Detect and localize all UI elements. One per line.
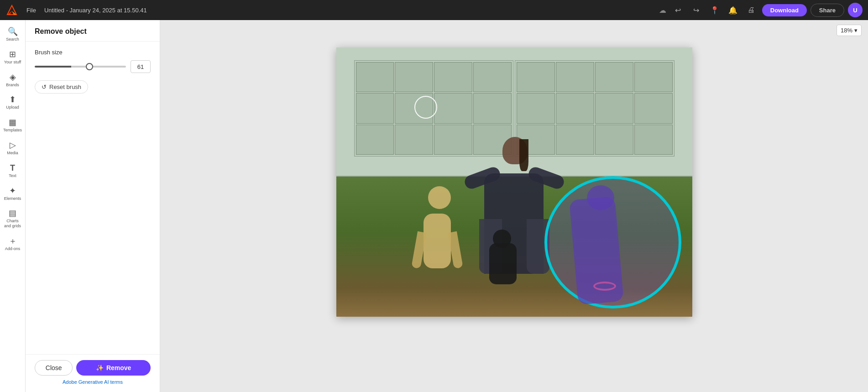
- avatar[interactable]: U: [848, 3, 863, 17]
- undo-button[interactable]: ↩: [671, 3, 685, 17]
- print-button[interactable]: 🖨: [744, 3, 758, 17]
- text-icon: T: [10, 164, 15, 172]
- sidebar-item-charts[interactable]: ▤ Charts and grids: [1, 205, 25, 232]
- reset-brush-icon: ↺: [42, 84, 47, 90]
- sidebar-label-charts: Charts and grids: [3, 219, 23, 229]
- brush-size-label: Brush size: [35, 49, 151, 56]
- dog-2: [486, 230, 522, 284]
- sidebar-item-upload[interactable]: ⬆ Upload: [1, 92, 25, 114]
- elements-icon: ✦: [9, 187, 16, 195]
- sidebar-item-addons[interactable]: ＋ Add-ons: [1, 233, 25, 255]
- dog-1: [414, 186, 460, 268]
- sidebar-item-templates[interactable]: ▦ Templates: [1, 115, 25, 136]
- svg-marker-0: [7, 5, 16, 15]
- sidebar-label-search: Search: [6, 37, 19, 42]
- addons-icon: ＋: [9, 237, 17, 245]
- remove-icon: ✨: [96, 364, 104, 371]
- reset-brush-label: Reset brush: [49, 84, 81, 90]
- remove-label: Remove: [106, 364, 131, 371]
- brands-icon: ◈: [10, 73, 16, 81]
- zoom-indicator[interactable]: 18% ▾: [837, 25, 862, 36]
- sidebar-label-media: Media: [7, 151, 18, 156]
- remove-object-panel: Remove object Brush size 61 ↺ Reset brus…: [26, 20, 160, 392]
- selection-circle: [544, 176, 681, 308]
- sidebar-label-upload: Upload: [6, 105, 19, 110]
- panel-footer: Close ✨ Remove Adobe Generative AI terms: [26, 354, 160, 392]
- canvas-wrapper: [336, 47, 692, 317]
- app-logo: [5, 4, 18, 16]
- canvas-image[interactable]: [336, 47, 692, 317]
- panel-body: Brush size 61 ↺ Reset brush: [26, 42, 160, 205]
- remove-button[interactable]: ✨ Remove: [76, 360, 151, 376]
- redo-button[interactable]: ↪: [689, 3, 704, 17]
- brush-value-display: 61: [131, 60, 151, 73]
- panel-header: Remove object: [26, 20, 160, 42]
- share-button[interactable]: Share: [810, 4, 844, 17]
- document-title: Untitled - January 24, 2025 at 15.50.41: [44, 7, 656, 14]
- sidebar-item-media[interactable]: ▷ Media: [1, 137, 25, 159]
- sidebar: 🔍 Search ⊞ Your stuff ◈ Brands ⬆ Upload …: [0, 20, 26, 392]
- sidebar-label-your-stuff: Your stuff: [4, 60, 21, 65]
- close-button[interactable]: Close: [35, 360, 73, 376]
- main-content: 🔍 Search ⊞ Your stuff ◈ Brands ⬆ Upload …: [0, 20, 868, 392]
- sidebar-item-your-stuff[interactable]: ⊞ Your stuff: [1, 47, 25, 68]
- reset-brush-button[interactable]: ↺ Reset brush: [35, 80, 88, 94]
- cloud-sync-icon: ☁: [659, 6, 666, 15]
- chevron-down-icon: ▾: [854, 27, 858, 34]
- sidebar-item-elements[interactable]: ✦ Elements: [1, 183, 25, 205]
- upload-icon: ⬆: [9, 95, 16, 104]
- sidebar-label-templates: Templates: [3, 128, 22, 133]
- charts-icon: ▤: [9, 209, 16, 217]
- panel-title: Remove object: [35, 27, 87, 35]
- footer-buttons: Close ✨ Remove: [35, 360, 151, 376]
- topbar: File Untitled - January 24, 2025 at 15.5…: [0, 0, 868, 20]
- sidebar-label-elements: Elements: [4, 196, 21, 201]
- sidebar-item-brands[interactable]: ◈ Brands: [1, 69, 25, 91]
- generative-ai-terms-link[interactable]: Adobe Generative AI terms: [35, 379, 151, 385]
- templates-icon: ▦: [9, 118, 16, 126]
- zoom-level-text: 18%: [841, 27, 852, 34]
- notifications-button[interactable]: 🔔: [726, 3, 740, 17]
- brush-size-slider[interactable]: [35, 66, 126, 68]
- canvas-area[interactable]: 18% ▾: [160, 20, 868, 392]
- sidebar-label-brands: Brands: [6, 83, 19, 88]
- sidebar-label-addons: Add-ons: [5, 246, 21, 251]
- download-button[interactable]: Download: [762, 4, 807, 16]
- brush-slider-row: 61: [35, 60, 151, 73]
- your-stuff-icon: ⊞: [9, 50, 16, 58]
- file-menu-button[interactable]: File: [23, 5, 40, 16]
- sidebar-label-text: Text: [9, 173, 16, 178]
- topbar-actions: ↩ ↪ 📍 🔔 🖨 Download Share U: [671, 3, 863, 17]
- location-button[interactable]: 📍: [707, 3, 722, 17]
- sidebar-item-text[interactable]: T Text: [1, 160, 25, 182]
- sidebar-item-search[interactable]: 🔍 Search: [1, 24, 25, 46]
- media-icon: ▷: [10, 141, 16, 149]
- search-icon: 🔍: [8, 27, 18, 36]
